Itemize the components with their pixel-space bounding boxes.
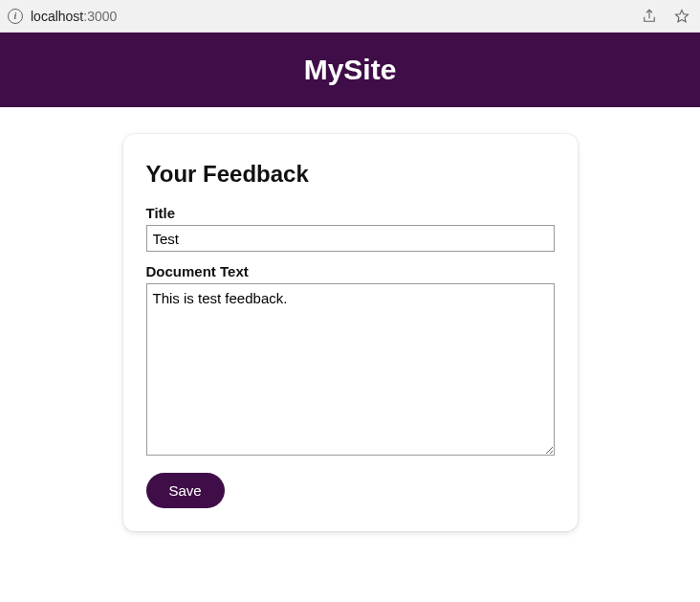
- info-icon: i: [8, 9, 23, 24]
- site-header: MySite: [0, 33, 700, 107]
- title-field-group: Title: [146, 205, 555, 252]
- browser-address-bar: i localhost:3000: [0, 0, 700, 33]
- body-field-group: Document Text: [146, 263, 555, 459]
- title-input[interactable]: [146, 225, 555, 252]
- star-icon[interactable]: [673, 8, 690, 25]
- feedback-card: Your Feedback Title Document Text Save: [123, 134, 578, 531]
- site-title: MySite: [304, 54, 397, 86]
- title-label: Title: [146, 205, 555, 221]
- share-icon[interactable]: [641, 8, 658, 25]
- url-text: localhost:3000: [31, 9, 117, 24]
- url-port: :3000: [83, 9, 117, 24]
- save-button[interactable]: Save: [146, 473, 225, 508]
- card-heading: Your Feedback: [146, 161, 555, 188]
- page-content: Your Feedback Title Document Text Save: [0, 107, 700, 531]
- body-label: Document Text: [146, 263, 555, 279]
- body-textarea[interactable]: [146, 283, 555, 456]
- url-area[interactable]: i localhost:3000: [8, 9, 641, 24]
- browser-actions: [641, 8, 690, 25]
- url-host: localhost: [31, 9, 83, 24]
